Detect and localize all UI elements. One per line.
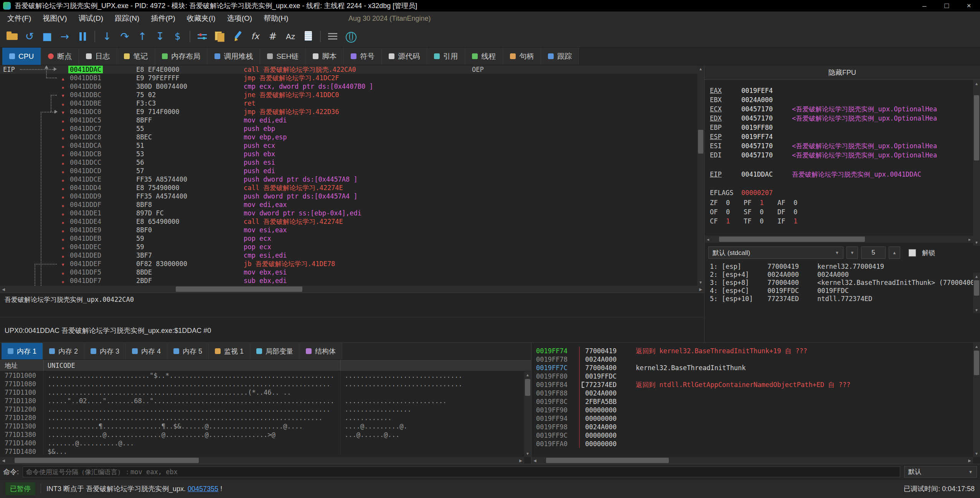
dump-tab[interactable]: 内存 2: [43, 343, 84, 359]
dump-row[interactable]: 771D1080 ...............................…: [0, 380, 524, 388]
close-button[interactable]: ×: [958, 0, 980, 12]
scrollbar-thumb[interactable]: [15, 458, 199, 463]
disasm-row[interactable]: 0041DDEB 59 pop ecx: [0, 234, 697, 243]
toolbar-button[interactable]: [3, 28, 21, 45]
disasm-row[interactable]: 0041DDD4 E8 75490000 call 吾爱破解论坛学习.42274…: [0, 184, 697, 192]
view-tab[interactable]: 线程: [465, 48, 503, 65]
register-row[interactable]: ECX 00457170 <吾爱破解论坛学习脱壳实例_upx.OptionalH…: [710, 104, 980, 114]
disasm-row[interactable]: 0041DDED 3BF7 cmp esi,edi: [0, 251, 697, 260]
toolbar-button[interactable]: [299, 28, 317, 45]
breakpoint-marker[interactable]: [58, 82, 68, 91]
stack-rows[interactable]: 0019FF74 77000419 返回到 kernel32.BaseThrea…: [531, 343, 973, 457]
register-row[interactable]: EBX 0024A000: [710, 95, 980, 104]
toolbar-button[interactable]: [193, 28, 211, 45]
stack-row[interactable]: 0019FF8C 2FBFA5BB: [531, 397, 973, 406]
registers-hscrollbar[interactable]: [704, 236, 973, 243]
disasm-row[interactable]: 0041DDC8 8BEC mov ebp,esp: [0, 133, 697, 141]
toolbar-button[interactable]: [74, 28, 91, 45]
toolbar-button[interactable]: fx: [246, 28, 264, 45]
view-tab[interactable]: SEH链: [260, 48, 306, 65]
scrollbar-thumb[interactable]: [719, 237, 865, 242]
toolbar-button[interactable]: ↑: [134, 28, 151, 45]
dump-tab[interactable]: 内存 3: [84, 343, 126, 359]
dump-row[interactable]: 771D1180 ....."..02....".......68.."....…: [0, 397, 524, 405]
stack-row[interactable]: 0019FF9C 00000000: [531, 431, 973, 440]
toolbar-button[interactable]: [324, 28, 342, 45]
cpu-flag[interactable]: SF 0: [744, 207, 777, 217]
cpu-flag[interactable]: PF 1: [744, 198, 777, 207]
dump-tab[interactable]: 内存 1: [2, 343, 43, 359]
disasm-rows[interactable]: EIP: [0, 65, 697, 286]
scroll-right-icon[interactable]: [966, 236, 973, 243]
register-row[interactable]: EAX 0019FEF4: [710, 86, 980, 95]
scroll-down-icon[interactable]: [697, 279, 704, 286]
breakpoint-marker[interactable]: [58, 74, 68, 82]
breakpoint-marker[interactable]: [58, 200, 68, 209]
scrollbar-thumb[interactable]: [525, 379, 530, 396]
dump-row[interactable]: 771D1400 .......@..........@...: [0, 439, 524, 447]
scrollbar-thumb[interactable]: [974, 95, 979, 160]
cpu-flag[interactable]: TF 0: [744, 217, 777, 226]
view-tab[interactable]: 跟踪: [541, 48, 579, 65]
disasm-row[interactable]: 0041DDCB 53 push ebx: [0, 150, 697, 158]
dump-row[interactable]: 771D1480 $&...: [0, 447, 524, 456]
scroll-up-icon[interactable]: [524, 371, 531, 378]
register-row[interactable]: ESI 00457170 <吾爱破解论坛学习脱壳实例_upx.OptionalH…: [710, 141, 980, 151]
maximize-button[interactable]: □: [935, 0, 958, 12]
breakpoint-marker[interactable]: [58, 133, 68, 141]
dump-row[interactable]: 771D1300 .............¶...............¶.…: [0, 422, 524, 430]
view-tab[interactable]: 断点: [41, 48, 79, 65]
disasm-row[interactable]: 0041DDCD 57 push edi: [0, 167, 697, 175]
breakpoint-marker[interactable]: [58, 150, 68, 158]
scroll-up-icon[interactable]: [973, 273, 980, 280]
unlock-checkbox[interactable]: [909, 249, 916, 256]
view-tab[interactable]: 句柄: [503, 48, 541, 65]
menu-item[interactable]: 选项(O): [221, 12, 258, 25]
breakpoint-marker[interactable]: [58, 158, 68, 167]
toolbar-button[interactable]: ■: [38, 28, 56, 45]
disasm-row[interactable]: 0041DDBC 75 02 jne 吾爱破解论坛学习.41DDC0: [0, 91, 697, 99]
breakpoint-marker[interactable]: [58, 91, 68, 99]
register-row[interactable]: EDX 00457170 <吾爱破解论坛学习脱壳实例_upx.OptionalH…: [710, 114, 980, 123]
dump-row[interactable]: 771D1380 ..............@..............@.…: [0, 430, 524, 439]
disasm-row[interactable]: 0041DDF5 8BDE mov ebx,esi: [0, 268, 697, 276]
stack-row[interactable]: 0019FF74 77000419 返回到 kernel32.BaseThrea…: [531, 347, 973, 355]
breakpoint-marker[interactable]: [58, 175, 68, 184]
breakpoint-marker[interactable]: [58, 124, 68, 133]
dump-vscrollbar[interactable]: [524, 371, 531, 457]
scrollbar-thumb[interactable]: [698, 130, 703, 154]
breakpoint-marker[interactable]: [58, 184, 68, 192]
stack-row[interactable]: 0019FF80 0019FFDC: [531, 372, 973, 381]
toolbar-button[interactable]: ↧: [151, 28, 169, 45]
dump-row[interactable]: 771D1280 ...............................…: [0, 414, 524, 422]
scroll-right-icon[interactable]: [697, 286, 704, 293]
dump-tab[interactable]: 内存 5: [167, 343, 209, 359]
scroll-up-icon[interactable]: [973, 80, 980, 87]
stack-row[interactable]: 0019FF88 0024A000: [531, 389, 973, 397]
toolbar-button[interactable]: [229, 28, 246, 45]
cpu-flag[interactable]: CF 1: [710, 217, 744, 226]
cpu-flag[interactable]: IF 1: [777, 217, 811, 226]
disasm-row[interactable]: 0041DDC0 E9 714F0000 jmp 吾爱破解论坛学习.422D36: [0, 108, 697, 116]
disasm-row[interactable]: 0041DDE1 897D FC mov dword ptr ss:[ebp-0…: [0, 209, 697, 217]
stack-arg-row[interactable]: 4: [esp+C] 0019FFDC 0019FFDC: [710, 287, 980, 295]
dump-rows[interactable]: 771D1000 .........................."$..*…: [0, 371, 524, 457]
disasm-hscrollbar[interactable]: [0, 286, 704, 293]
view-tab[interactable]: 笔记: [117, 48, 155, 65]
stack-row[interactable]: 0019FF78 0024A000: [531, 355, 973, 364]
stack-arg-row[interactable]: 3: [esp+8] 77000400 <kernel32.BaseThread…: [710, 279, 980, 287]
scroll-down-icon[interactable]: [973, 450, 980, 457]
register-row[interactable]: ESP 0019FF74: [710, 132, 980, 141]
stack-arg-row[interactable]: 5: [esp+10] 772374ED ntdll.772374ED: [710, 295, 980, 303]
depth-spinner[interactable]: 5: [861, 247, 886, 259]
view-tab[interactable]: CPU: [2, 48, 41, 65]
register-row[interactable]: EBP 0019FF80: [710, 123, 980, 132]
menu-item[interactable]: 插件(P): [145, 12, 181, 25]
toolbar-button[interactable]: $: [169, 28, 186, 45]
scroll-up-icon[interactable]: [973, 343, 980, 350]
breakpoint-marker[interactable]: [58, 226, 68, 234]
disasm-row[interactable]: 0041DDC5 8BFF mov edi,edi: [0, 116, 697, 124]
disasm-row[interactable]: 0041DDDF 8BF8 mov edi,eax: [0, 200, 697, 209]
dump-tab[interactable]: 监视 1: [209, 343, 250, 359]
menu-item[interactable]: 跟踪(N): [109, 12, 145, 25]
